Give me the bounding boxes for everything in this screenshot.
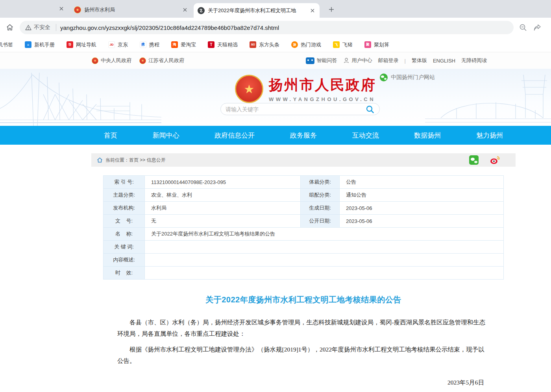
document-meta-table: 索 引 号: 11321000014407098E-2023-095 体裁分类:…: [103, 175, 504, 280]
bookmark-item[interactable]: 飞 飞猪: [333, 41, 353, 48]
close-tab-icon[interactable]: [182, 7, 188, 13]
gov-emblem-favicon: [74, 6, 81, 13]
address-bar[interactable]: 不安全 yangzhou.gov.cn/yzszxxgk/slj/202305/…: [20, 21, 514, 34]
juhuasuan-icon: 聚: [364, 41, 371, 48]
tab-title: 关于2022年度扬州市水利工程文明工地: [208, 7, 306, 14]
url-text[interactable]: yangzhou.gov.cn/yzszxxgk/slj/202305/210c…: [60, 24, 279, 31]
bookmarks-bar: 机书签 ≡ 新机手册 导 网址导航 JD 京东 携 携程 淘 爱淘宝 T 天猫精…: [0, 37, 551, 52]
table-row: 文 号: 无 公开日期: 2023-05-06: [103, 215, 504, 228]
bookmark-item[interactable]: 导 网址导航: [67, 41, 96, 48]
close-tab-icon[interactable]: [309, 7, 316, 14]
table-row: 关 键 词:: [103, 241, 504, 254]
browser-tab-active[interactable]: 关于2022年度扬州市水利工程文明工地: [194, 3, 320, 18]
site-logo[interactable]: 扬州市人民政府 WWW.YANGZHOU.GOV.CN: [235, 75, 376, 103]
portal-tag[interactable]: 中国扬州门户网站: [380, 74, 435, 81]
tab-title: 扬州市水利局: [84, 6, 179, 13]
smart-qa-link[interactable]: 智能问答: [306, 57, 337, 64]
site-nav-icon: 导: [67, 41, 73, 48]
bridge-artwork: [425, 71, 551, 126]
ctrip-icon: 携: [140, 41, 146, 48]
central-gov-link[interactable]: 中央人民政府: [92, 57, 131, 64]
browser-toolbar: 不安全 yangzhou.gov.cn/yzszxxgk/slj/202305/…: [0, 18, 551, 37]
bookmark-item[interactable]: JD 京东: [108, 41, 128, 48]
traditional-chinese-link[interactable]: 繁体版: [412, 57, 427, 64]
fliggy-icon: 飞: [333, 41, 340, 48]
browser-tab-inactive[interactable]: 扬州市水利局: [70, 3, 192, 17]
table-row: 名 称: 关于2022年度扬州市水利工程文明工地考核结果的公告: [103, 228, 504, 241]
english-link[interactable]: ENGLISH: [433, 58, 455, 64]
divider: |: [405, 58, 406, 64]
security-label[interactable]: 不安全: [34, 24, 50, 31]
home-icon[interactable]: [6, 23, 14, 32]
bookmark-item[interactable]: 东方 东方头条: [250, 41, 279, 48]
user-center-link[interactable]: 用户中心: [343, 57, 372, 64]
home-icon: [97, 157, 103, 163]
nav-services[interactable]: 政务服务: [290, 131, 317, 140]
main-nav: 首页 新闻中心 政府信息公开 政务服务 互动交流 数据扬州 魅力扬州: [0, 126, 551, 145]
article-date: 2023年5月6日: [117, 377, 490, 388]
table-row: 索 引 号: 11321000014407098E-2023-095 体裁分类:…: [103, 176, 504, 189]
search-input[interactable]: [226, 106, 365, 112]
national-emblem-icon: [235, 75, 263, 103]
jiangsu-gov-link[interactable]: 江苏省人民政府: [139, 57, 184, 64]
nav-news[interactable]: 新闻中心: [153, 131, 179, 140]
robot-icon: [306, 57, 314, 64]
wechat-share-icon[interactable]: [469, 155, 479, 165]
accessibility-link[interactable]: 无障碍阅读: [461, 57, 487, 64]
site-favicon: [198, 7, 205, 14]
bridge-artwork: [0, 71, 161, 126]
article-title: 关于2022年度扬州市水利工程文明工地考核结果的公告: [91, 294, 516, 305]
bookmark-item[interactable]: 机书签: [0, 41, 13, 48]
utility-bar: 中央人民政府 江苏省人民政府 智能问答 用户中心 邮箱登录 | 繁体版 ENGL…: [0, 52, 551, 69]
bookmark-item[interactable]: T 天猫精选: [208, 41, 238, 48]
article-paragraph: 各县（市、区）水利（务）局，扬州经济开发区城乡事务管理局，生态科技新城规划建设局…: [117, 317, 490, 339]
wechat-icon: [380, 74, 388, 81]
article-body: 各县（市、区）水利（务）局，扬州经济开发区城乡事务管理局，生态科技新城规划建设局…: [91, 317, 516, 392]
divider: [56, 24, 56, 31]
zoom-out-icon[interactable]: [519, 24, 527, 31]
site-title: 扬州市人民政府: [269, 75, 376, 95]
table-row: 内容概述:: [103, 254, 504, 267]
article-paragraph: 根据《扬州市水利工程文明工地建设管理办法》（扬水规[2019]1号），2022年…: [117, 344, 490, 366]
toutiao-icon: 东方: [250, 41, 256, 48]
nav-info-disclosure[interactable]: 政府信息公开: [214, 131, 255, 140]
site-url: WWW.YANGZHOU.GOV.CN: [269, 96, 376, 102]
weibo-share-icon[interactable]: [490, 155, 500, 165]
site-search[interactable]: [220, 103, 380, 115]
nav-data[interactable]: 数据扬州: [414, 131, 441, 140]
person-icon: [343, 57, 349, 64]
manual-icon: ≡: [25, 41, 31, 48]
close-tab-icon[interactable]: [58, 6, 65, 12]
new-tab-button[interactable]: [326, 4, 337, 15]
bookmark-item[interactable]: 淘 爱淘宝: [171, 41, 196, 48]
nav-home[interactable]: 首页: [104, 131, 117, 140]
gov-emblem-icon: [139, 57, 146, 64]
table-row: 主题分类: 农业、林业、水利 组配分类: 通知公告: [103, 189, 504, 202]
content-container: 当前位置：首页 >> 信息公开 索 引 号: 11321000014407098…: [91, 153, 516, 392]
table-row: 时 效:: [103, 267, 504, 280]
nav-interaction[interactable]: 互动交流: [352, 131, 379, 140]
gov-emblem-icon: [92, 57, 98, 64]
games-icon: 游: [291, 41, 298, 48]
bookmark-item[interactable]: 携 携程: [140, 41, 159, 48]
breadcrumb-bar: 当前位置：首页 >> 信息公开: [91, 153, 516, 167]
bookmark-item[interactable]: 游 热门游戏: [291, 41, 321, 48]
bookmark-item[interactable]: ≡ 新机手册: [25, 41, 55, 48]
mail-login-link[interactable]: 邮箱登录: [378, 57, 399, 64]
share-icon[interactable]: [533, 24, 541, 31]
jd-icon: JD: [108, 41, 115, 48]
bookmark-item[interactable]: 聚 聚划算: [364, 41, 389, 48]
tmall-icon: T: [208, 41, 214, 48]
site-header-banner: 扬州市人民政府 WWW.YANGZHOU.GOV.CN 中国扬州门户网站: [0, 69, 551, 126]
breadcrumb[interactable]: 当前位置：首页 >> 信息公开: [105, 157, 166, 164]
browser-tab-strip: 扬州市水利局 关于2022年度扬州市水利工程文明工地: [0, 0, 551, 18]
taobao-icon: 淘: [171, 41, 178, 48]
search-icon[interactable]: [365, 105, 375, 114]
not-secure-icon: [25, 24, 31, 31]
nav-charm[interactable]: 魅力扬州: [476, 131, 503, 140]
table-row: 发布机构: 水利局 生成日期: 2023-05-06: [103, 202, 504, 215]
